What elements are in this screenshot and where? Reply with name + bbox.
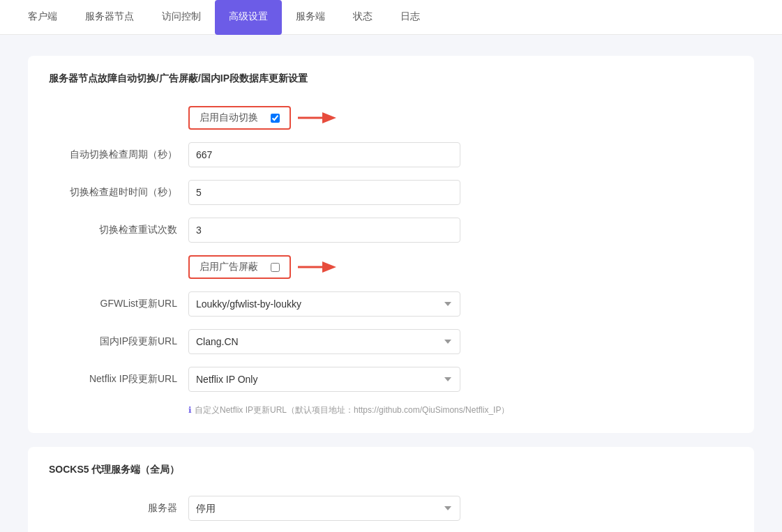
ad-block-row: 启用广告屏蔽 bbox=[49, 255, 733, 279]
auto-switch-checkbox[interactable] bbox=[271, 114, 280, 123]
netflix-ip-url-select[interactable]: Netflix IP Only Netflix Only bbox=[188, 367, 460, 392]
nav-item-logs[interactable]: 日志 bbox=[386, 0, 434, 35]
nav-item-server-nodes[interactable]: 服务器节点 bbox=[71, 0, 148, 35]
svg-marker-3 bbox=[322, 261, 336, 273]
cn-ip-url-row: 国内IP段更新URL Clang.CN bbox=[49, 329, 733, 354]
check-interval-row: 自动切换检查周期（秒） 667 bbox=[49, 142, 733, 167]
section-socks5: SOCKS5 代理服务端（全局） 服务器 停用 启用 本地端口 1080 bbox=[28, 447, 754, 532]
nav-item-advanced-settings[interactable]: 高级设置 bbox=[215, 0, 282, 35]
socks5-server-select[interactable]: 停用 启用 bbox=[188, 496, 460, 521]
section-advanced: 服务器节点故障自动切换/广告屏蔽/国内IP段数据库更新设置 启用自动切换 自动切… bbox=[28, 56, 754, 433]
section-advanced-title: 服务器节点故障自动切换/广告屏蔽/国内IP段数据库更新设置 bbox=[49, 73, 733, 92]
check-timeout-row: 切换检查超时时间（秒） 5 bbox=[49, 180, 733, 205]
check-retry-row: 切换检查重试次数 3 bbox=[49, 218, 733, 243]
cn-ip-url-label: 国内IP段更新URL bbox=[49, 335, 188, 348]
nav-item-status[interactable]: 状态 bbox=[339, 0, 386, 35]
ad-block-label: 启用广告屏蔽 bbox=[200, 261, 258, 273]
nav-item-server-side[interactable]: 服务端 bbox=[282, 0, 339, 35]
ad-block-checkbox-container: 启用广告屏蔽 bbox=[188, 255, 291, 279]
socks5-title: SOCKS5 代理服务端（全局） bbox=[49, 464, 733, 483]
main-content: 服务器节点故障自动切换/广告屏蔽/国内IP段数据库更新设置 启用自动切换 自动切… bbox=[0, 35, 782, 532]
auto-switch-checkbox-container: 启用自动切换 bbox=[188, 106, 291, 130]
nav-bar: 客户端 服务器节点 访问控制 高级设置 服务端 状态 日志 bbox=[0, 0, 782, 35]
ad-block-checkbox[interactable] bbox=[271, 263, 280, 272]
cn-ip-url-select[interactable]: Clang.CN bbox=[188, 329, 460, 354]
socks5-server-label: 服务器 bbox=[49, 502, 188, 515]
check-interval-input[interactable]: 667 bbox=[188, 142, 460, 167]
netflix-ip-url-label: Netflix IP段更新URL bbox=[49, 373, 188, 386]
ad-block-highlight: 启用广告屏蔽 bbox=[188, 255, 291, 279]
netflix-ip-url-row: Netflix IP段更新URL Netflix IP Only Netflix… bbox=[49, 367, 733, 392]
gfwlist-url-label: GFWList更新URL bbox=[49, 298, 188, 310]
check-timeout-input[interactable]: 5 bbox=[188, 180, 460, 205]
auto-switch-highlight: 启用自动切换 bbox=[188, 106, 291, 130]
ad-block-arrow-icon bbox=[298, 257, 340, 278]
gfwlist-url-row: GFWList更新URL Loukky/gfwlist-by-loukky bbox=[49, 291, 733, 317]
auto-switch-row: 启用自动切换 bbox=[49, 106, 733, 130]
gfwlist-url-select[interactable]: Loukky/gfwlist-by-loukky bbox=[188, 291, 460, 317]
check-timeout-label: 切换检查超时时间（秒） bbox=[49, 186, 188, 199]
netflix-hint: ℹ自定义Netflix IP更新URL（默认项目地址：https://githu… bbox=[188, 404, 733, 416]
nav-item-client[interactable]: 客户端 bbox=[14, 0, 71, 35]
check-interval-label: 自动切换检查周期（秒） bbox=[49, 149, 188, 161]
check-retry-input[interactable]: 3 bbox=[188, 218, 460, 243]
check-retry-label: 切换检查重试次数 bbox=[49, 224, 188, 236]
auto-switch-label: 启用自动切换 bbox=[200, 112, 258, 124]
svg-marker-1 bbox=[322, 112, 336, 123]
socks5-server-row: 服务器 停用 启用 bbox=[49, 496, 733, 521]
auto-switch-arrow-icon bbox=[298, 107, 340, 128]
nav-item-access-control[interactable]: 访问控制 bbox=[148, 0, 215, 35]
hint-icon: ℹ bbox=[188, 405, 192, 415]
